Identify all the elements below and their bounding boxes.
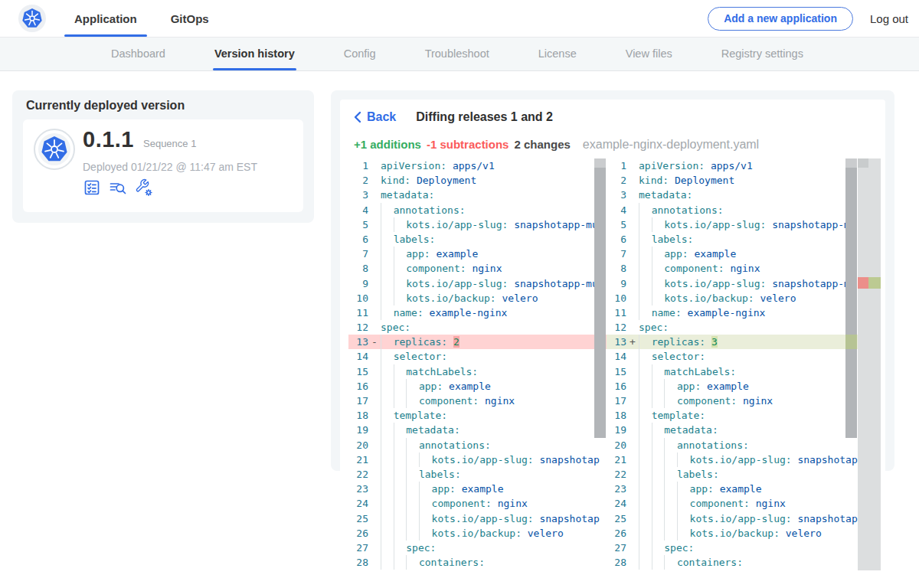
code-line: 9kots.io/app-slug: snapshotapp-mu [348,276,607,291]
code-line: 9kots.io/app-slug: snapshotapp-mu [607,276,858,291]
chevron-left-icon [354,111,361,123]
code-line: 22labels: [348,467,607,482]
code-line: 4annotations: [607,203,858,217]
code-line: 27spec: [348,541,607,555]
code-line: 24component: nginx [607,496,858,511]
code-line: 2kind: Deployment [348,173,607,188]
code-line: 6labels: [348,232,607,247]
top-nav: ApplicationGitOps Add a new application … [0,0,919,38]
code-line: 13+replicas: 3 [607,335,858,349]
code-line: 22labels: [607,467,858,482]
code-line: 1apiVersion: apps/v1 [607,158,858,173]
code-line: 24component: nginx [348,496,607,511]
code-line: 28containers: [607,555,858,570]
subnav-tab-troubleshoot[interactable]: Troubleshoot [425,37,489,70]
code-line: 23app: example [348,482,607,496]
diff-filename: example-nginx-deployment.yaml [583,138,759,152]
code-line: 17component: nginx [348,394,607,408]
diff-pane-modified: 1apiVersion: apps/v12kind: Deployment3me… [607,158,881,570]
code-line: 1apiVersion: apps/v1 [348,158,607,173]
code-line: 10kots.io/backup: velero [348,291,607,305]
deployed-version-number: 0.1.1 [83,127,134,152]
code-line: 25kots.io/app-slug: snapshotap [348,511,607,526]
code-line: 25kots.io/app-slug: snapshotap [607,511,858,526]
diff-panel: Back Diffing releases 1 and 2 +1 additio… [331,90,894,471]
nav-right: Add a new application Log out [708,0,908,37]
code-line: 21kots.io/app-slug: snapshotap [607,452,858,467]
code-line: 13-replicas: 2 [348,335,607,349]
code-line: 26kots.io/backup: velero [348,526,607,541]
code-line: 21kots.io/app-slug: snapshotap [348,452,607,467]
file-search-icon[interactable] [109,178,127,197]
code-line: 7app: example [607,247,858,261]
nav-tab-application[interactable]: Application [64,0,147,37]
diff-editor: 1apiVersion: apps/v12kind: Deployment3me… [348,158,881,570]
scrollbar-thumb[interactable] [845,168,857,438]
subnav-tab-view-files[interactable]: View files [626,37,672,70]
subnav-tab-config[interactable]: Config [344,37,376,70]
code-line: 15matchLabels: [348,364,607,379]
code-line: 8component: nginx [607,261,858,276]
overview-removed-marker [858,277,868,289]
wrench-gear-icon[interactable] [135,178,153,197]
left-pane-scrollbar[interactable] [594,158,606,570]
back-link[interactable]: Back [354,110,396,124]
code-line: 6labels: [607,232,858,247]
code-line: 28containers: [348,555,607,570]
code-line: 26kots.io/backup: velero [607,526,858,541]
code-line: 14selector: [348,349,607,364]
code-line: 20annotations: [348,438,607,452]
checklist-icon[interactable] [83,178,101,197]
code-line: 16app: example [348,379,607,394]
right-pane-scrollbar[interactable] [845,158,857,570]
code-line: 16app: example [607,379,858,394]
code-line: 19metadata: [348,423,607,437]
overview-added-marker [868,277,881,289]
deployed-timestamp: Deployed 01/21/22 @ 11:47 am EST [83,161,257,173]
version-action-icons [83,178,153,197]
app-subnav: DashboardVersion historyConfigTroublesho… [0,37,919,71]
code-line: 5kots.io/app-slug: snapshotapp-mu [607,217,858,232]
deployed-sequence-label: Sequence 1 [143,138,196,149]
main-nav-tabs: ApplicationGitOps [64,0,219,37]
code-line: 12spec: [348,320,607,335]
code-line: 23app: example [607,482,858,496]
code-line: 11name: example-nginx [348,305,607,320]
subnav-tab-registry-settings[interactable]: Registry settings [721,37,803,70]
code-line: 2kind: Deployment [607,173,858,188]
code-line: 5kots.io/app-slug: snapshotapp-mu [348,217,607,232]
scrollbar-diff-marker [845,335,857,349]
nav-tab-gitops[interactable]: GitOps [161,0,219,37]
code-line: 12spec: [607,320,858,335]
diff-title: Diffing releases 1 and 2 [416,110,553,124]
code-line: 18template: [348,408,607,423]
add-application-button[interactable]: Add a new application [708,7,853,31]
code-line: 27spec: [607,541,858,555]
app-icon-badge [34,129,75,170]
code-line: 20annotations: [607,438,858,452]
code-line: 14selector: [607,349,858,364]
subnav-tab-license[interactable]: License [538,37,577,70]
code-line: 3metadata: [348,188,607,202]
code-line: 3metadata: [607,188,858,202]
subnav-tab-dashboard[interactable]: Dashboard [111,37,165,70]
subtractions-count: -1 subtractions [427,138,509,151]
subnav-tab-version-history[interactable]: Version history [214,37,295,70]
additions-count: +1 additions [354,138,421,151]
scrollbar-thumb[interactable] [594,168,606,438]
code-line: 8component: nginx [348,261,607,276]
diff-panel-inner: Back Diffing releases 1 and 2 +1 additio… [340,100,885,570]
code-line: 19metadata: [607,423,858,437]
diff-pane-original: 1apiVersion: apps/v12kind: Deployment3me… [348,158,607,570]
code-line: 10kots.io/backup: velero [607,291,858,305]
changes-count: 2 changes [514,138,570,151]
code-line: 7app: example [348,247,607,261]
diff-stats: +1 additions -1 subtractions 2 changes e… [354,138,759,152]
deployed-version-tile: 0.1.1 Sequence 1 Deployed 01/21/22 @ 11:… [23,119,303,212]
diff-overview-ruler[interactable] [858,158,881,570]
kubernetes-logo[interactable] [18,5,46,32]
code-line: 17component: nginx [607,394,858,408]
code-line: 11name: example-nginx [607,305,858,320]
logout-link[interactable]: Log out [870,12,908,25]
currently-deployed-card: Currently deployed version 0.1. [12,90,314,223]
